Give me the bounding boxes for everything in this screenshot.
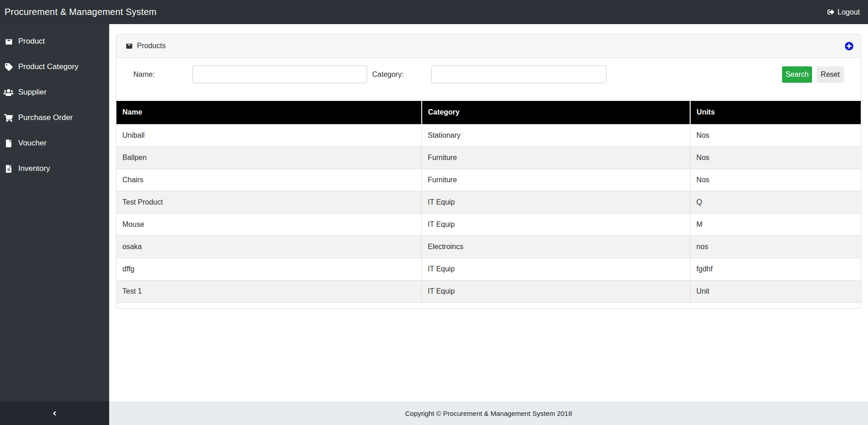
table-row: osakaElectroincsnos: [116, 235, 861, 258]
table-row: MouseIT EquipM: [116, 213, 861, 235]
file-text-icon: [4, 165, 14, 173]
add-product-button[interactable]: [845, 42, 853, 50]
category-input[interactable]: [431, 65, 606, 83]
reset-button[interactable]: Reset: [817, 66, 844, 83]
table-cell: Nos: [690, 169, 861, 191]
table-cell: M: [690, 213, 861, 235]
logout-label: Logout: [838, 8, 860, 16]
page-footer: Copyright © Procurement & Management Sys…: [109, 401, 868, 425]
sidebar-item-product-category[interactable]: Product Category: [0, 54, 109, 80]
sidebar-item-label: Product Category: [18, 62, 78, 71]
search-buttons: Search Reset: [782, 66, 844, 83]
app-root: Procurement & Management System Logout P…: [0, 0, 868, 425]
table-cell: fgdhf: [690, 258, 861, 280]
table-cell: IT Equip: [422, 280, 691, 302]
sidebar-item-supplier[interactable]: Supplier: [0, 80, 109, 105]
table-cell: Nos: [690, 146, 861, 169]
copyright-text: Copyright © Procurement & Management Sys…: [405, 410, 572, 417]
main-content: Products Name: Category: Search Reset: [109, 24, 868, 401]
table-cell: IT Equip: [422, 213, 691, 235]
table-cell: Test 1: [116, 280, 422, 302]
sidebar-item-inventory[interactable]: Inventory: [0, 156, 109, 181]
table-cell: IT Equip: [422, 191, 691, 213]
table-header-row: NameCategoryUnits: [116, 101, 861, 124]
search-button[interactable]: Search: [782, 66, 812, 83]
sidebar-item-product[interactable]: Product: [0, 29, 109, 54]
table-cell: Electroincs: [422, 235, 691, 258]
chevron-left-icon: [53, 410, 56, 417]
table-row: BallpenFurnitureNos: [116, 146, 861, 169]
panel-bottom-spacer: [116, 303, 861, 308]
table-cell: IT Equip: [422, 258, 691, 280]
sidebar-collapse-button[interactable]: [0, 401, 109, 425]
table-cell: Furniture: [422, 146, 691, 169]
table-cell: Nos: [690, 124, 861, 146]
cart-icon: [4, 114, 14, 122]
name-input[interactable]: [192, 65, 367, 83]
products-table: NameCategoryUnits UniballStationaryNosBa…: [116, 101, 861, 303]
table-row: ChairsFurnitureNos: [116, 169, 861, 191]
column-header-name: Name: [116, 101, 422, 124]
name-label: Name:: [133, 70, 192, 79]
table-row: UniballStationaryNos: [116, 124, 861, 146]
tag-icon: [4, 63, 14, 71]
sidebar-item-label: Purchase Order: [18, 113, 73, 122]
table-cell: Unit: [690, 280, 861, 302]
table-row: Test 1IT EquipUnit: [116, 280, 861, 302]
table-cell: nos: [690, 235, 861, 258]
table-cell: Furniture: [422, 169, 691, 191]
panel-title: Products: [126, 42, 166, 50]
table-body: UniballStationaryNosBallpenFurnitureNosC…: [116, 124, 861, 302]
products-table-wrap: NameCategoryUnits UniballStationaryNosBa…: [116, 101, 861, 303]
table-cell: Stationary: [422, 124, 691, 146]
sidebar: ProductProduct CategorySupplierPurchase …: [0, 24, 109, 425]
table-row: Test ProductIT EquipQ: [116, 191, 861, 213]
main-area: Products Name: Category: Search Reset: [109, 24, 868, 425]
sidebar-item-label: Voucher: [18, 139, 46, 148]
table-cell: Ballpen: [116, 146, 422, 169]
layout: ProductProduct CategorySupplierPurchase …: [0, 24, 868, 425]
table-cell: Mouse: [116, 213, 422, 235]
table-cell: Uniball: [116, 124, 422, 146]
column-header-category: Category: [422, 101, 691, 124]
category-label: Category:: [372, 70, 431, 79]
file-icon: [4, 140, 14, 147]
table-cell: Chairs: [116, 169, 422, 191]
table-cell: osaka: [116, 235, 422, 258]
table-cell: Q: [690, 191, 861, 213]
app-title: Procurement & Management System: [5, 7, 156, 17]
sidebar-item-label: Inventory: [18, 164, 50, 173]
sidebar-item-label: Product: [18, 37, 45, 46]
logout-button[interactable]: Logout: [828, 8, 860, 16]
sidebar-item-purchase-order[interactable]: Purchase Order: [0, 105, 109, 130]
box-icon: [4, 38, 14, 45]
search-form: Name: Category: Search Reset: [116, 58, 861, 83]
users-icon: [4, 89, 14, 96]
table-row: dffgIT Equipfgdhf: [116, 258, 861, 280]
table-cell: dffg: [116, 258, 422, 280]
products-panel: Products Name: Category: Search Reset: [116, 34, 861, 309]
sidebar-item-voucher[interactable]: Voucher: [0, 130, 109, 156]
logout-icon: [828, 9, 834, 15]
sidebar-nav: ProductProduct CategorySupplierPurchase …: [0, 24, 109, 401]
table-cell: Test Product: [116, 191, 422, 213]
sidebar-item-label: Supplier: [18, 88, 46, 97]
panel-header: Products: [116, 35, 861, 58]
column-header-units: Units: [690, 101, 861, 124]
panel-title-label: Products: [137, 42, 166, 50]
top-navbar: Procurement & Management System Logout: [0, 0, 868, 24]
box-icon: [126, 42, 133, 50]
